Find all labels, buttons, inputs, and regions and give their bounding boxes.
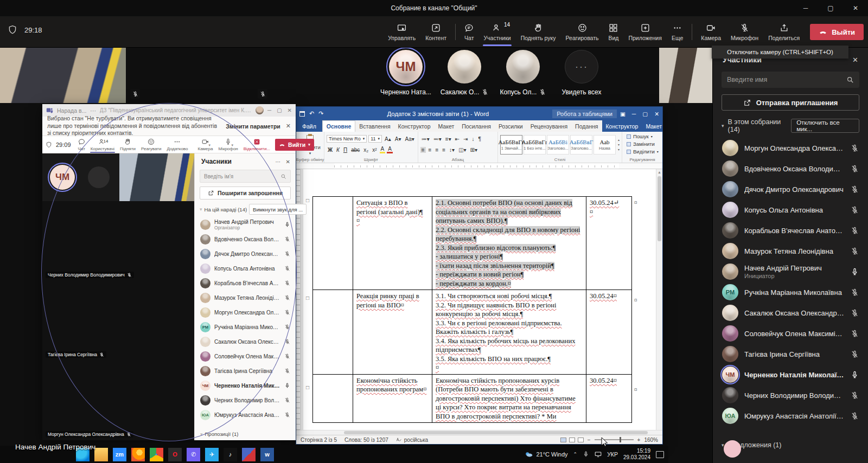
style-card[interactable]: АаБбВвГг 1 Звичай... <box>500 135 522 155</box>
bold-button[interactable]: Ж <box>327 147 334 153</box>
mic-on-icon[interactable] <box>284 383 290 389</box>
close-button[interactable]: ✕ <box>843 0 868 16</box>
tab-table-layout[interactable]: Макет <box>642 120 662 132</box>
decrease-indent-button[interactable]: ⇤ <box>454 136 461 142</box>
taskbar-app-icon[interactable]: O <box>168 448 182 461</box>
taskbar-app-icon[interactable]: ✈ <box>205 448 219 461</box>
save-icon[interactable] <box>299 111 305 117</box>
participant-row[interactable]: Сакалюк Оксана Олександрівна <box>713 303 868 323</box>
tab-layout[interactable]: Макет <box>434 120 458 132</box>
tab-review[interactable]: Рецензування <box>527 120 571 132</box>
video-tile-top-left[interactable] <box>0 48 126 103</box>
manage-button[interactable]: Управлять <box>383 16 420 48</box>
change-case-button[interactable]: Aa▾ <box>404 136 415 142</box>
horizontal-ruler[interactable] <box>296 163 662 169</box>
cell-text[interactable]: Ситуація з ВПО в регіоні (загальні дані)… <box>356 199 423 224</box>
borders-button[interactable]: ⊞▾ <box>469 147 478 153</box>
participant-row[interactable]: РМ Ручкіна Маріанна Миколаївна <box>713 282 868 303</box>
inner-leave-button[interactable]: Вийти▾ <box>275 139 314 151</box>
close-panel-icon[interactable]: ✕ <box>852 56 858 64</box>
word-titlebar[interactable]: ↶ ↷ Додаток 3 змістовні звіти (1) - Word… <box>296 107 662 120</box>
numbering-button[interactable]: ≕▾ <box>432 136 443 142</box>
content-button[interactable]: Контент <box>420 16 451 48</box>
document-table[interactable]: Ситуація з ВПО в регіоні (загальні дані)… <box>312 196 632 423</box>
close-button[interactable]: ✕ <box>654 111 659 117</box>
sort-button[interactable]: ↓ <box>470 136 475 142</box>
mic-off-icon[interactable] <box>851 247 859 255</box>
mic-on-icon[interactable] <box>851 268 859 276</box>
video-tile-top-right[interactable] <box>659 48 712 103</box>
shading-button[interactable]: ◫▾ <box>457 147 467 153</box>
notification-center-icon[interactable] <box>656 451 664 458</box>
mic-off-icon[interactable] <box>851 412 859 420</box>
zoom-slider[interactable] <box>595 439 634 440</box>
taskbar-app-icon[interactable]: ♪ <box>224 448 237 461</box>
send-invite-button[interactable]: Отправка приглашения <box>722 94 859 111</box>
mic-off-icon[interactable] <box>851 288 859 297</box>
table-row[interactable]: Економічна стійкість пропонованих програ… <box>313 374 632 423</box>
stage-avatar[interactable]: Сакалюк О... <box>438 50 490 96</box>
align-left-button[interactable]: ≡ <box>420 147 426 153</box>
account-avatar[interactable] <box>256 106 264 114</box>
align-center-button[interactable]: ≡ <box>427 147 433 153</box>
cell-text[interactable]: 3.1. Чи створюються нові робочі місця.¶ … <box>436 292 575 371</box>
line-spacing-button[interactable]: ↕▾ <box>448 147 456 153</box>
minimize-button[interactable]: ─ <box>793 0 818 16</box>
zoom-in-button[interactable]: + <box>637 437 641 443</box>
grow-font-button[interactable]: А▴ <box>384 136 392 142</box>
increase-indent-button[interactable]: ⇥ <box>462 136 469 142</box>
superscript-button[interactable]: x² <box>371 147 378 153</box>
tab-references[interactable]: Посилання <box>458 120 495 132</box>
cell-text[interactable]: Реакція ринку праці в регіоні на ВПО¤ <box>356 292 419 309</box>
mic-off-icon[interactable] <box>851 206 859 214</box>
tab-insert[interactable]: Вставлення <box>355 120 394 132</box>
style-card[interactable]: АаБбВвГ Заголово... <box>570 135 592 155</box>
dismiss-notice-icon[interactable]: ✕ <box>286 123 291 130</box>
cell-text[interactable]: 30.05.24¤ <box>590 377 617 384</box>
align-right-button[interactable]: ≡ <box>434 147 439 153</box>
styles-scroll[interactable]: ▴▾▾ <box>618 138 620 151</box>
leave-button[interactable]: Выйти <box>810 24 864 40</box>
language-indicator[interactable]: УКР <box>607 451 618 458</box>
taskbar-app-icon[interactable] <box>131 448 145 461</box>
in-meeting-section[interactable]: ▾В этом собрании (14) <box>722 118 791 133</box>
replace-button[interactable]: Замінити <box>627 141 658 147</box>
participant-row[interactable]: Начев Андрій Петрович Инициатор <box>713 261 868 282</box>
restore-button[interactable]: ▢ <box>642 111 648 117</box>
strikethrough-button[interactable]: abc <box>350 147 361 153</box>
font-color-button[interactable]: А <box>387 146 393 153</box>
mute-all-button[interactable]: Отключить все мик... <box>791 119 859 133</box>
see-all-icon[interactable]: ··· <box>565 50 598 83</box>
language-indicator[interactable]: російська <box>396 437 428 443</box>
document-page[interactable]: □ □ □ Ситуація з ВПО в регіоні (загальні… <box>303 169 656 430</box>
justify-button[interactable]: ≡ <box>441 147 446 153</box>
taskbar-app-icon[interactable]: w <box>260 448 274 461</box>
mic-off-icon[interactable] <box>284 368 290 374</box>
close-panel-icon[interactable]: ✕ <box>286 159 290 165</box>
mic-off-icon[interactable] <box>284 353 290 359</box>
multilevel-button[interactable]: ≡▾ <box>444 136 452 142</box>
tab-design[interactable]: Конструктор <box>394 120 435 132</box>
participant-row[interactable]: Корабльов В'ячеслав Анатолій... <box>713 220 868 241</box>
stage-avatar[interactable]: ЧМ Черненко Ната... <box>380 50 432 96</box>
italic-button[interactable]: К <box>335 147 341 153</box>
mic-off-icon[interactable] <box>284 412 290 418</box>
subscript-button[interactable]: x₂ <box>362 147 369 153</box>
minimize-button[interactable]: ─ <box>267 107 271 113</box>
shrink-font-button[interactable]: А▾ <box>394 136 403 142</box>
stage-avatar[interactable]: ··· Увидеть всех <box>556 50 608 96</box>
minimize-button[interactable]: ─ <box>632 111 636 117</box>
participant-row[interactable]: ЧМ Черненко Наталія Миколаїв... <box>195 378 296 393</box>
participant-row[interactable]: Соловейчук Олена Максимівна <box>713 323 868 344</box>
tab-home[interactable]: Основне <box>322 120 355 132</box>
pilcrow-button[interactable]: ¶ <box>477 136 482 142</box>
view-button[interactable]: Вид <box>603 16 623 48</box>
table-row[interactable]: Ситуація з ВПО в регіоні (загальні дані)… <box>313 197 632 290</box>
participant-row[interactable]: Мазурок Тетяна Леонідівна <box>713 241 868 261</box>
tray-mic-icon[interactable] <box>583 451 589 458</box>
restore-button[interactable]: ▢ <box>277 107 282 113</box>
share-tray-button[interactable]: Поделиться <box>763 16 805 48</box>
tab-file[interactable]: Файл <box>296 120 322 132</box>
raise-hand-button[interactable]: Поднять руку <box>516 16 561 48</box>
mic-off-icon[interactable] <box>851 144 859 152</box>
